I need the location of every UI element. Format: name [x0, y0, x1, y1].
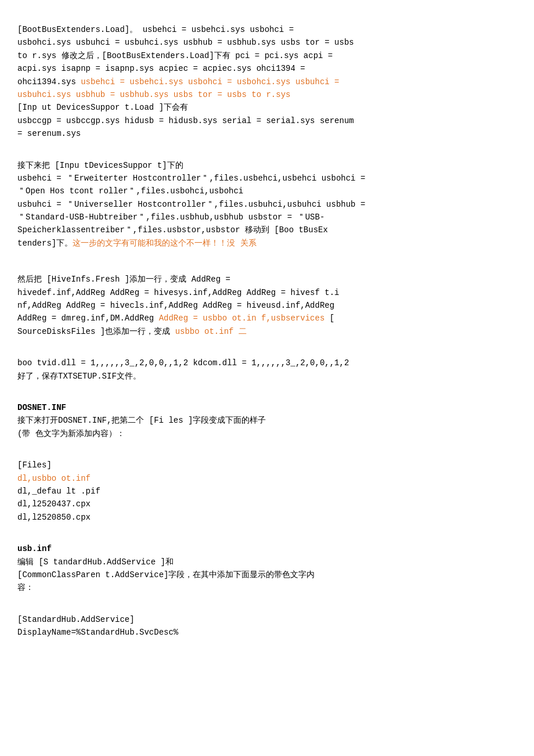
section-bootbus: [BootBusExtenders.Load]。 usbehci = usbeh… — [17, 23, 517, 141]
section-standardhub: [StandardHub.AddService] DisplayName=%St… — [17, 613, 517, 639]
line: dl,l2520850.cpx — [17, 511, 517, 524]
line: 容： — [17, 581, 517, 594]
line: (带 色文字为新添加内容）： — [17, 427, 517, 440]
line: AddReg = dmreg.inf,DM.AddReg AddReg = us… — [17, 312, 517, 325]
line: DisplayName=%StandardHub.SvcDesc% — [17, 626, 517, 639]
line: 编辑 [S tandardHub.AddService ]和 — [17, 556, 517, 568]
line: Speicherklassentreiber＂,files.usbstor,us… — [17, 224, 517, 236]
line: nf,AddReg AddReg = hivecls.inf,AddReg Ad… — [17, 299, 517, 312]
line: = serenum.sys — [17, 127, 517, 140]
section-dosnet: DOSNET.INF 接下来打开DOSNET.INF,把第二个 [Fi les … — [17, 401, 517, 440]
line: dl,_defau lt .pif — [17, 485, 517, 498]
line: to r.sys 修改之后，[BootBusExtenders.Load]下有 … — [17, 49, 517, 62]
line: usbohci.sys usbuhci = usbuhci.sys usbhub… — [17, 36, 517, 49]
section-usb-inf: usb.inf 编辑 [S tandardHub.AddService ]和 [… — [17, 542, 517, 595]
line: [Inp ut DevicesSuppor t.Load ]下会有 — [17, 101, 517, 114]
usb-inf-heading: usb.inf — [17, 542, 517, 555]
line: boo tvid.dll = 1,,,,,,3_,2,0,0,,1,2 kdco… — [17, 357, 517, 369]
line: dl,l2520437.cpx — [17, 498, 517, 510]
line: dl,usbbo ot.inf — [17, 472, 517, 485]
section-inputdevices: 接下来把 [Inpu tDevicesSuppor t]下的 usbehci =… — [17, 159, 517, 250]
line: [BootBusExtenders.Load]。 usbehci = usbeh… — [17, 23, 517, 36]
highlighted-text: 这一步的文字有可能和我的这个不一样！！没 关系 — [73, 239, 256, 248]
line: [StandardHub.AddService] — [17, 613, 517, 626]
highlighted-text: usbuhci.sys usbhub = usbhub.sys usbs tor… — [17, 90, 290, 99]
line: tenders]下。这一步的文字有可能和我的这个不一样！！没 关系 — [17, 237, 517, 250]
line: ohci1394.sys usbehci = usbehci.sys usboh… — [17, 75, 517, 88]
highlighted-text: usbehci = usbehci.sys usbohci = usbohci.… — [81, 77, 339, 87]
line: ＂Open Hos tcont roller＂,files.usbohci,us… — [17, 185, 517, 197]
line: usbccgp = usbccgp.sys hidusb = hidusb.sy… — [17, 114, 517, 127]
line: acpi.sys isapnp = isapnp.sys acpiec = ac… — [17, 62, 517, 75]
section-tvid: boo tvid.dll = 1,,,,,,3_,2,0,0,,1,2 kdco… — [17, 357, 517, 383]
line: [CommonClassParen t.AddService]字段，在其中添加下… — [17, 568, 517, 581]
line: usbuhci.sys usbhub = usbhub.sys usbs tor… — [17, 88, 517, 101]
highlighted-text: AddReg = usbbo ot.in f,usbservices — [159, 314, 325, 323]
line: 接下来把 [Inpu tDevicesSuppor t]下的 — [17, 159, 517, 172]
line: 接下来打开DOSNET.INF,把第二个 [Fi les ]字段变成下面的样子 — [17, 414, 517, 427]
line: [Files] — [17, 459, 517, 471]
highlighted-text: usbbo ot.inf 二 — [175, 327, 247, 336]
line: ＂Standard-USB-Hubtreiber＂,files.usbhub,u… — [17, 211, 517, 224]
page-content: [BootBusExtenders.Load]。 usbehci = usbeh… — [17, 23, 517, 639]
section-files: [Files] dl,usbbo ot.inf dl,_defau lt .pi… — [17, 459, 517, 524]
line: 然后把 [HiveInfs.Fresh ]添加一行，变成 AddReg = — [17, 273, 517, 286]
dosnet-heading: DOSNET.INF — [17, 401, 517, 414]
line: SourceDisksFiles ]也添加一行，变成 usbbo ot.inf … — [17, 325, 517, 338]
section-hiveinfs: 然后把 [HiveInfs.Fresh ]添加一行，变成 AddReg = hi… — [17, 273, 517, 338]
line: hivedef.inf,AddReg AddReg = hivesys.inf,… — [17, 286, 517, 299]
line: 好了，保存TXTSETUP.SIF文件。 — [17, 370, 517, 383]
line: usbehci = ＂Erweiterter Hostcontroller＂,f… — [17, 172, 517, 185]
line: usbuhci = ＂Universeller Hostcontroller＂,… — [17, 198, 517, 211]
highlighted-text: dl,usbbo ot.inf — [17, 474, 91, 483]
